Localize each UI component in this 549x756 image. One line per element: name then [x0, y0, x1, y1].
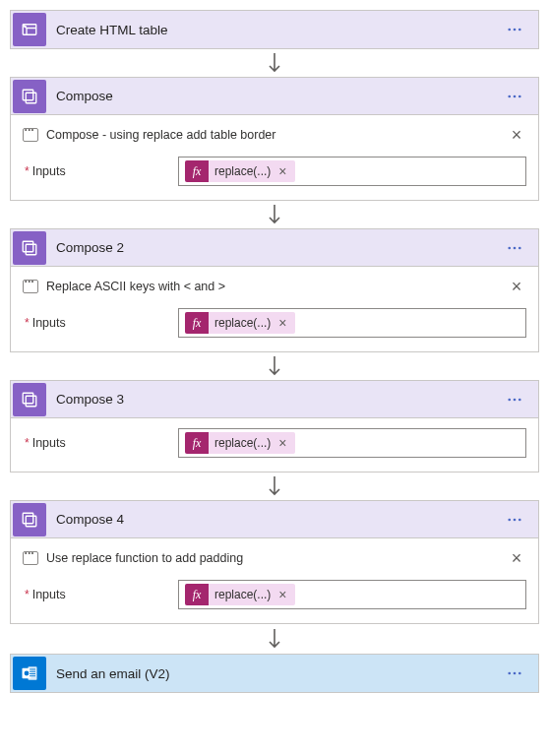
svg-point-23 [514, 518, 517, 521]
expression-input[interactable]: fxreplace(...)× [178, 428, 526, 458]
svg-point-13 [514, 246, 517, 249]
svg-point-34 [518, 672, 521, 675]
inputs-field: Inputsfxreplace(...)× [23, 428, 526, 458]
inputs-label: Inputs [23, 316, 178, 330]
step-header[interactable]: Compose 3 [11, 381, 538, 418]
svg-rect-28 [30, 669, 35, 670]
svg-point-3 [514, 29, 517, 32]
expression-input[interactable]: fxreplace(...)× [178, 580, 526, 609]
svg-rect-20 [23, 513, 33, 524]
svg-rect-10 [23, 241, 33, 252]
step-title: Compose 2 [56, 240, 499, 255]
inputs-field: Inputsfxreplace(...)× [23, 308, 526, 338]
flow-step: Create HTML table [10, 10, 539, 49]
outlook-icon [13, 657, 46, 690]
flow-step: ComposeCompose - using replace add table… [10, 77, 539, 201]
flow-step: Send an email (V2) [10, 654, 539, 693]
comment-text: Compose - using replace add table border [46, 128, 507, 142]
token-remove-icon[interactable]: × [276, 587, 294, 602]
svg-point-24 [518, 518, 521, 521]
step-title: Compose 3 [56, 392, 499, 407]
flow-arrow-icon [268, 352, 281, 380]
fx-icon: fx [185, 160, 209, 182]
more-menu-icon[interactable] [499, 504, 530, 536]
svg-point-4 [518, 29, 521, 32]
compose-icon [13, 503, 46, 536]
expression-token[interactable]: fxreplace(...)× [185, 312, 295, 334]
step-title: Create HTML table [56, 23, 499, 37]
flow-arrow-icon [268, 624, 281, 654]
flow-step: Compose 3Inputsfxreplace(...)× [10, 380, 539, 472]
token-label: replace(...) [209, 436, 276, 450]
svg-point-2 [508, 29, 511, 32]
comment-row: Replace ASCII keys with < and >× [23, 277, 526, 296]
svg-point-9 [518, 94, 521, 97]
token-remove-icon[interactable]: × [276, 315, 294, 331]
comment-icon [23, 128, 38, 142]
svg-point-33 [514, 672, 517, 675]
close-icon[interactable]: × [507, 548, 526, 568]
more-menu-icon[interactable] [499, 658, 530, 689]
step-title: Compose [56, 89, 499, 103]
token-remove-icon[interactable]: × [276, 435, 294, 451]
step-title: Compose 4 [56, 512, 499, 527]
flow-arrow-icon [268, 201, 281, 228]
expression-token[interactable]: fxreplace(...)× [185, 432, 295, 454]
token-remove-icon[interactable]: × [276, 163, 294, 179]
compose-icon [13, 383, 46, 416]
step-header[interactable]: Create HTML table [11, 11, 538, 48]
table-icon [13, 13, 46, 46]
flow-step: Compose 4Use replace function to add pad… [10, 500, 539, 624]
svg-point-19 [518, 398, 521, 401]
step-header[interactable]: Compose [11, 78, 538, 115]
fx-icon: fx [185, 312, 209, 334]
compose-icon [13, 231, 46, 265]
fx-icon: fx [185, 432, 209, 454]
close-icon[interactable]: × [507, 277, 526, 296]
comment-icon [23, 551, 38, 565]
comment-text: Replace ASCII keys with < and > [46, 280, 507, 293]
svg-point-32 [508, 672, 511, 675]
more-menu-icon[interactable] [499, 232, 530, 264]
expression-token[interactable]: fxreplace(...)× [185, 160, 295, 182]
inputs-label: Inputs [23, 588, 178, 601]
expression-input[interactable]: fxreplace(...)× [178, 157, 526, 186]
flow-step: Compose 2Replace ASCII keys with < and >… [10, 228, 539, 352]
comment-icon [23, 280, 38, 293]
expression-input[interactable]: fxreplace(...)× [178, 308, 526, 338]
svg-point-7 [508, 94, 511, 97]
svg-rect-5 [23, 90, 33, 100]
svg-rect-11 [26, 244, 36, 255]
svg-point-22 [508, 518, 511, 521]
inputs-field: Inputsfxreplace(...)× [23, 580, 526, 609]
svg-point-1 [25, 26, 26, 27]
step-body: Compose - using replace add table border… [11, 115, 538, 200]
svg-point-17 [508, 398, 511, 401]
step-body: Use replace function to add padding×Inpu… [11, 538, 538, 623]
step-header[interactable]: Send an email (V2) [11, 655, 538, 692]
comment-row: Compose - using replace add table border… [23, 125, 526, 145]
svg-point-18 [514, 398, 517, 401]
svg-rect-21 [26, 516, 36, 527]
svg-rect-31 [30, 675, 35, 676]
token-label: replace(...) [209, 316, 276, 330]
svg-rect-6 [26, 93, 36, 103]
token-label: replace(...) [209, 588, 276, 601]
flow-arrow-icon [268, 49, 281, 77]
svg-point-12 [508, 246, 511, 249]
step-header[interactable]: Compose 4 [11, 501, 538, 538]
step-body: Inputsfxreplace(...)× [11, 418, 538, 472]
inputs-label: Inputs [23, 164, 178, 178]
flow-arrow-icon [268, 472, 281, 500]
svg-rect-30 [30, 673, 35, 674]
more-menu-icon[interactable] [499, 81, 530, 112]
more-menu-icon[interactable] [499, 14, 530, 45]
step-header[interactable]: Compose 2 [11, 229, 538, 267]
close-icon[interactable]: × [507, 125, 526, 145]
compose-icon [13, 80, 46, 113]
comment-row: Use replace function to add padding× [23, 548, 526, 568]
svg-point-14 [518, 246, 521, 249]
expression-token[interactable]: fxreplace(...)× [185, 584, 295, 605]
svg-rect-29 [30, 671, 35, 672]
more-menu-icon[interactable] [499, 384, 530, 415]
